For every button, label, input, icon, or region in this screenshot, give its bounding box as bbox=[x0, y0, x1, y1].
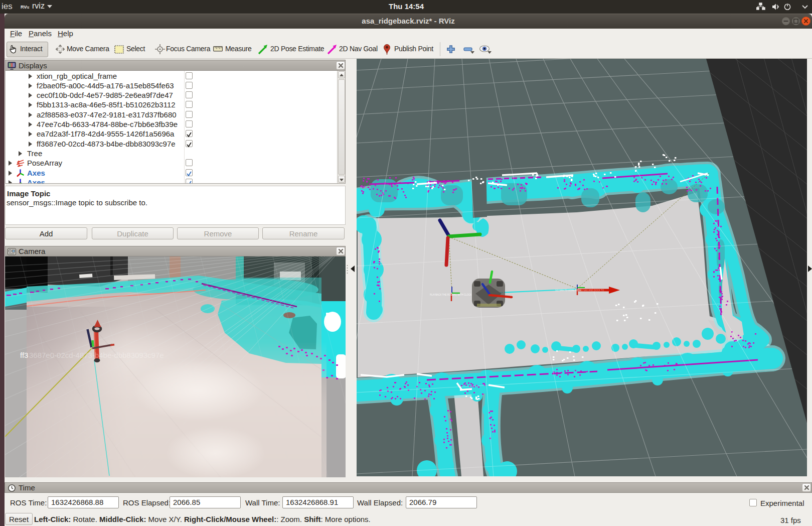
svg-text:3687e0-02cd-4873-b4be-dbb83093: 3687e0-02cd-4873-b4be-dbb83093c97e bbox=[29, 351, 164, 359]
svg-text:ff3: ff3 bbox=[20, 351, 28, 359]
svg-text:GO NAV TO GOAL POSE: GO NAV TO GOAL POSE bbox=[555, 289, 581, 292]
svg-text:PLAYBACK THE ROSBAG WITH CLOCK: PLAYBACK THE ROSBAG WITH CLOCK bbox=[430, 294, 472, 296]
svg-text:RViz: RViz bbox=[21, 5, 29, 10]
svg-text:GO NAV AND DOCK TO: GO NAV AND DOCK TO bbox=[579, 289, 604, 292]
